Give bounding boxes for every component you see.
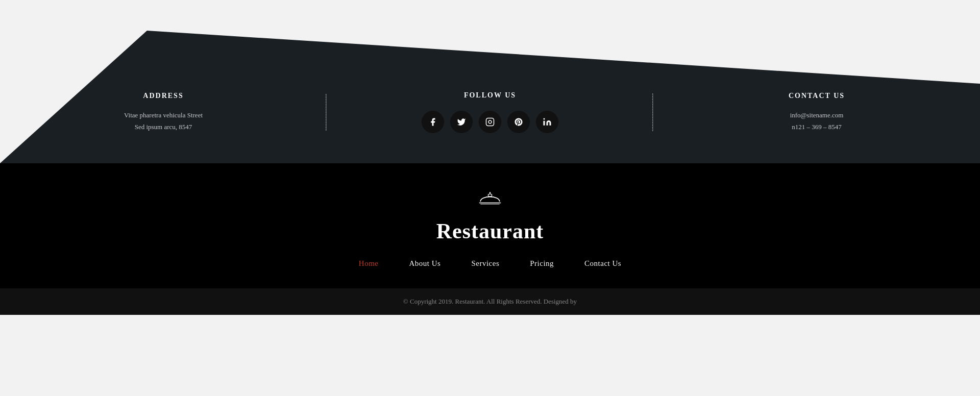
contact-phone: n121 – 369 – 8547 [792,123,842,131]
address-title: ADDRESS [143,92,183,100]
nav-item-home[interactable]: Home [359,259,379,268]
footer-info: ADDRESS Vitae pharetra vehicula Street S… [0,61,980,163]
address-column: ADDRESS Vitae pharetra vehicula Street S… [0,82,327,143]
follow-column: FOLLOW US [327,81,653,143]
brand-name: Restaurant [436,219,544,243]
nav-item-contact[interactable]: Contact Us [584,259,621,268]
instagram-icon[interactable] [479,111,501,133]
nav-item-about[interactable]: About Us [409,259,441,268]
nav-item-services[interactable]: Services [471,259,499,268]
svg-point-4 [488,194,492,196]
facebook-icon[interactable] [422,111,444,133]
nav-link-about[interactable]: About Us [409,259,441,267]
nav-item-pricing[interactable]: Pricing [530,259,554,268]
contact-email: info@sitename.com [790,111,844,119]
nav-link-contact[interactable]: Contact Us [584,259,621,267]
follow-title: FOLLOW US [464,91,516,100]
nav-link-pricing[interactable]: Pricing [530,259,554,267]
nav-link-home[interactable]: Home [359,259,379,267]
svg-point-6 [489,192,491,193]
copyright-text: © Copyright 2019. Restaurant. All Rights… [403,298,577,306]
svg-point-2 [544,118,545,120]
contact-column: CONTACT US info@sitename.com n121 – 369 … [653,82,980,143]
svg-rect-0 [486,118,494,126]
nav-links-list: Home About Us Services Pricing Contact U… [359,259,621,268]
top-section: ADDRESS Vitae pharetra vehicula Street S… [0,0,980,163]
address-text: Vitae pharetra vehicula Street Sed ipsum… [124,109,203,133]
social-icons-container [422,111,558,133]
linkedin-icon[interactable] [536,111,558,133]
nav-menu: Home About Us Services Pricing Contact U… [359,259,621,268]
middle-section: Restaurant Home About Us Services Pricin… [0,163,980,288]
pinterest-icon[interactable] [507,111,530,133]
bottom-section: © Copyright 2019. Restaurant. All Rights… [0,288,980,315]
cloche-logo [477,189,503,214]
contact-text: info@sitename.com n121 – 369 – 8547 [790,109,844,133]
nav-link-services[interactable]: Services [471,259,499,267]
contact-title: CONTACT US [789,92,845,100]
twitter-icon[interactable] [450,111,473,133]
address-line2: Sed ipsum arcu, 8547 [135,123,192,131]
address-line1: Vitae pharetra vehicula Street [124,111,203,119]
